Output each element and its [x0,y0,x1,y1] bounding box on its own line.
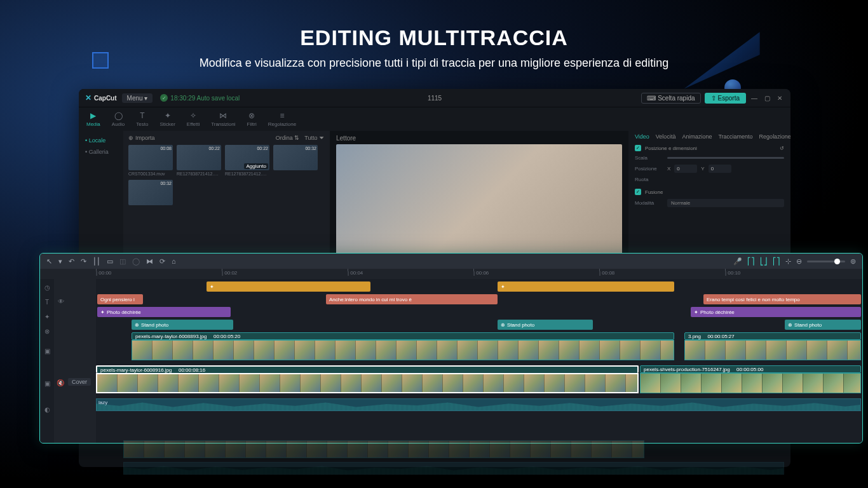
snap-end-icon[interactable]: ⎡⎤ [773,257,780,266]
cursor-dropdown-icon[interactable]: ▾ [58,257,62,266]
export-button[interactable]: ⇧ Esporta [705,93,746,104]
autosave-status: 18:30:29 Auto save local [160,94,240,102]
crop2-icon[interactable]: ⌂ [172,257,176,265]
accent-decoration [92,52,109,69]
cursor-tool-icon[interactable]: ↖ [46,257,52,266]
main-track-icon[interactable]: ▣ [44,380,50,387]
blend-mode-select[interactable]: Normale [667,199,784,207]
split-icon[interactable]: ⎮⎮ [93,257,100,266]
overlay-track-icon[interactable]: ▣ [44,348,50,355]
import-button[interactable]: ⊕ Importa [128,135,155,141]
tool-testo[interactable]: TTesto [136,111,148,127]
tool-audio[interactable]: ◯Audio [112,111,125,127]
timeline: ↖ ▾ ↶ ↷ ⎮⎮ ▭ ◫ ◯ ⧓ ⟳ ⌂ 🎤 ⎡⎤ ⎣⎦ ⎡⎤ ⊹ ⊖ ⊚ … [39,253,863,444]
tracks-area[interactable]: ✦ ✦ Ogni pensiero i Anche:intero mondo i… [96,279,862,443]
overlay-clip-label[interactable]: 3.png 00:00:05:27 [684,332,861,340]
media-clip[interactable]: 00:32 [273,145,318,176]
tool-effetti[interactable]: ✧Effetti [187,111,200,127]
props-tab-regolazione[interactable]: Regolazione [759,133,790,140]
record-icon[interactable]: ◯ [132,257,140,266]
audio-clip[interactable]: lazy [96,398,861,411]
main-clip-label[interactable]: pexels-shvets-production-7516247.jpg 00:… [640,365,861,373]
overlay-video-clip[interactable] [684,340,861,360]
project-name: 1115 [428,95,442,102]
minimize-icon[interactable]: — [750,95,759,102]
eye-icon[interactable]: 👁 [58,298,64,305]
text-clip[interactable]: Ogni pensiero i [97,294,143,304]
link-track-icon[interactable]: ⊗ [44,328,50,335]
titlebar: CapCut Menu ▾ 18:30:29 Auto save local 1… [79,89,790,107]
track-type-gutter: ◷ T ✦ ⊗ ▣ ▣ ◐ [40,279,54,443]
menu-button[interactable]: Menu ▾ [122,93,153,103]
mirror-icon[interactable]: ⧓ [146,257,153,266]
media-clip[interactable]: 00:22RE127838721412.mp4 [177,145,221,176]
filter-all-button[interactable]: Tutto ⏷ [304,135,325,141]
text-clip[interactable]: Erano tempi così felici e non molto temp… [703,294,861,304]
ruler-tick: | 00:04 [348,270,363,276]
scale-slider[interactable] [667,157,784,159]
pos-size-checkbox[interactable]: ✓ [635,145,641,151]
app-logo: CapCut [85,93,117,102]
overlay-video-clip[interactable] [132,340,674,360]
tool-media[interactable]: ▶Media [86,111,100,127]
player-screen[interactable] [336,144,622,271]
align-icon[interactable]: ⊹ [785,257,791,266]
tool-filtri[interactable]: ⊗Filtri [247,111,257,127]
standphoto-clip[interactable]: ⊗ Stand photo [785,320,861,330]
timeline-ruler[interactable]: | 00:00| 00:02| 00:04| 00:06| 00:08| 00:… [96,269,862,279]
props-tab-tracciamento[interactable]: Tracciamento [718,133,752,140]
snap-start-icon[interactable]: ⎡⎤ [747,257,755,266]
marker-clip[interactable]: ✦ [498,281,674,292]
media-clip[interactable]: 00:32 [128,180,173,207]
clock-icon[interactable]: ◷ [44,284,50,291]
ruler-tick: | 00:00 [96,270,111,276]
maximize-icon[interactable]: ▢ [763,95,771,102]
blend-checkbox[interactable]: ✓ [635,189,641,195]
crop-icon[interactable]: ◫ [119,257,126,266]
mute-icon[interactable]: 🔇 [57,379,64,386]
snap-magnet-icon[interactable]: ⎣⎦ [760,257,768,266]
sort-button[interactable]: Ordina ⇅ [276,135,300,141]
tool-transizioni[interactable]: ⋈Transizioni [211,111,235,127]
marker-clip[interactable]: ✦ [207,281,370,292]
timeline-toolbar: ↖ ▾ ↶ ↷ ⎮⎮ ▭ ◫ ◯ ⧓ ⟳ ⌂ 🎤 ⎡⎤ ⎣⎦ ⎡⎤ ⊹ ⊖ ⊚ [40,254,862,269]
text-track-icon[interactable]: T [45,299,49,306]
media-clip[interactable]: 00:22AggiuntoRE127838721412.mp4 [225,145,269,176]
zoom-out-icon[interactable]: ⊖ [796,257,802,266]
top-toolbar: ▶Media◯AudioTTesto✦Sticker✧Effetti⋈Trans… [79,107,790,131]
zoom-slider[interactable] [807,261,845,262]
ruler-tick: | 00:06 [473,270,489,276]
pos-x-input[interactable] [674,165,697,173]
props-tab-velocità[interactable]: Velocità [656,133,676,140]
text-clip[interactable]: Anche:intero mondo in cui mi trovo è [326,294,498,304]
fx-clip[interactable]: ✦ Photo déchirée [691,307,861,317]
delete-icon[interactable]: ▭ [107,257,113,266]
main-clip-label[interactable]: pexels-mary-taylor-6008916.jpg 00:00:08:… [96,365,639,373]
shortcut-button[interactable]: ⌨ Scelta rapida [641,93,700,104]
tool-sticker[interactable]: ✦Sticker [159,111,175,127]
mic-icon[interactable]: 🎤 [733,257,742,266]
zoom-fit-icon[interactable]: ⊚ [850,257,856,266]
rotate-icon[interactable]: ⟳ [159,257,165,266]
main-video-clip[interactable] [640,373,861,393]
undo-icon[interactable]: ↶ [69,257,74,266]
fx-clip[interactable]: ✦ Photo déchirée [97,307,231,317]
overlay-clip-label[interactable]: pexels-mary-taylor-6008893.jpg 00:00:05:… [132,332,674,340]
main-video-clip[interactable] [96,373,639,393]
fx-track-icon[interactable]: ✦ [44,313,50,320]
props-tab-video[interactable]: Video [635,133,649,140]
standphoto-clip[interactable]: ⊗ Stand photo [498,320,593,330]
close-icon[interactable]: ✕ [775,95,784,102]
audio-track-icon[interactable]: ◐ [44,406,50,413]
redo-icon[interactable]: ↷ [81,257,86,266]
tool-regolazione[interactable]: ≡Regolazione [268,111,296,127]
media-source-galleria[interactable]: • Galleria [81,146,121,158]
pos-y-input[interactable] [709,165,731,173]
props-tab-animazione[interactable]: Animazione [682,133,712,140]
media-source-locale[interactable]: • Locale [81,135,121,146]
standphoto-clip[interactable]: ⊗ Stand photo [132,320,233,330]
cover-button[interactable]: Cover [68,378,91,386]
ruler-tick: | 00:10 [725,270,740,276]
hero-title: EDITING MULTITRACCIA [0,25,868,50]
media-clip[interactable]: 00:08CRST001334.mov [128,145,173,176]
